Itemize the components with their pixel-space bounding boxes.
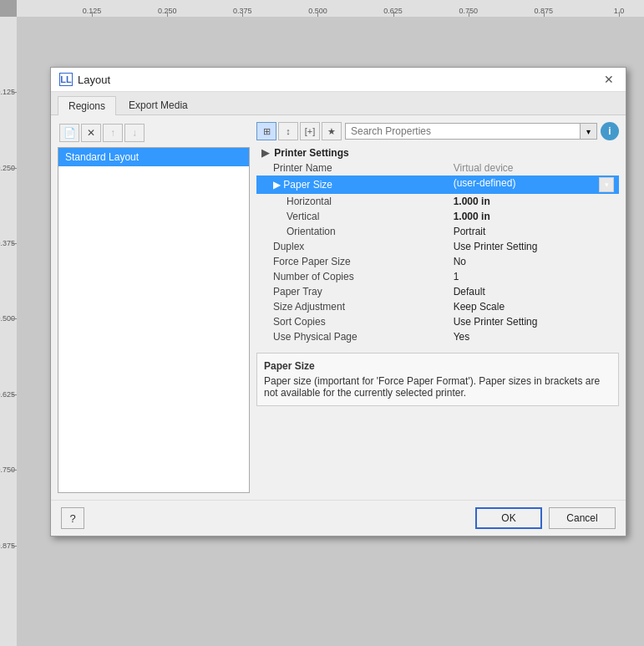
- table-row: Vertical 1.000 in: [256, 209, 619, 224]
- description-box: Paper Size Paper size (important for 'Fo…: [256, 353, 619, 406]
- dialog-titlebar: LL Layout ✕: [51, 68, 626, 92]
- layout-item[interactable]: Standard Layout: [58, 148, 249, 166]
- ruler-left: 0.125 0.250 0.375 0.500 0.625 0.750 0.87…: [0, 17, 17, 646]
- layout-list[interactable]: Standard Layout: [58, 147, 250, 493]
- canvas-area: LL Layout ✕ Regions Export Media 📄 ✕ ↑ ↓: [17, 17, 644, 646]
- ruler-top: 0.125 0.250 0.375 0.500 0.625 0.750 0.87…: [17, 0, 644, 17]
- dialog-footer: ? OK Cancel: [51, 500, 626, 536]
- table-row: Duplex Use Printer Setting: [256, 239, 619, 254]
- left-panel: 📄 ✕ ↑ ↓ Standard Layout: [58, 122, 250, 493]
- search-dropdown-button[interactable]: ▾: [580, 124, 596, 139]
- section-arrow-paper: ▶: [273, 179, 283, 191]
- table-row: Size Adjustment Keep Scale: [256, 299, 619, 314]
- info-button[interactable]: i: [601, 122, 619, 140]
- move-up-button[interactable]: ↑: [103, 124, 123, 142]
- table-row: Use Physical Page Yes: [256, 329, 619, 344]
- remove-layout-button[interactable]: ✕: [81, 124, 101, 142]
- dialog-title: LL Layout: [59, 73, 110, 86]
- grid-view-button[interactable]: ⊞: [256, 122, 276, 140]
- dialog-body: 📄 ✕ ↑ ↓ Standard Layout ⊞ ↕: [51, 115, 626, 500]
- close-button[interactable]: ✕: [601, 74, 617, 85]
- table-row: Force Paper Size No: [256, 254, 619, 269]
- right-panel: ⊞ ↕ [+] ★ ▾ i: [256, 122, 619, 493]
- help-button[interactable]: ?: [61, 507, 84, 529]
- table-row: Printer Name Virtual device: [256, 160, 619, 175]
- view-icons: ⊞ ↕ [+] ★: [256, 122, 342, 140]
- ok-button[interactable]: OK: [475, 507, 542, 529]
- add-layout-button[interactable]: 📄: [59, 124, 79, 142]
- table-row: Sort Copies Use Printer Setting: [256, 314, 619, 329]
- dropdown-indicator[interactable]: ▾: [599, 177, 614, 192]
- move-down-button[interactable]: ↓: [124, 124, 145, 142]
- tab-export-media[interactable]: Export Media: [118, 95, 199, 114]
- layout-toolbar: 📄 ✕ ↑ ↓: [58, 122, 250, 144]
- filter-button[interactable]: [+]: [300, 122, 320, 140]
- favorites-button[interactable]: ★: [322, 122, 342, 140]
- properties-table: ▶ Printer Settings Printer Name Virtual …: [256, 145, 619, 344]
- description-text: Paper size (important for 'Force Paper F…: [264, 375, 611, 399]
- dialog-title-text: Layout: [78, 74, 110, 86]
- tabs-bar: Regions Export Media: [51, 92, 626, 115]
- table-row[interactable]: ▶ Paper Size (user-defined) ▾: [256, 175, 619, 194]
- cancel-button[interactable]: Cancel: [549, 507, 616, 529]
- tab-regions[interactable]: Regions: [58, 96, 116, 115]
- footer-buttons: OK Cancel: [475, 507, 616, 529]
- search-bar: ⊞ ↕ [+] ★ ▾ i: [256, 122, 619, 140]
- search-input[interactable]: [346, 124, 580, 139]
- table-row: Paper Tray Default: [256, 284, 619, 299]
- layout-dialog: LL Layout ✕ Regions Export Media 📄 ✕ ↑ ↓: [50, 67, 626, 537]
- sort-button[interactable]: ↕: [278, 122, 298, 140]
- table-row: Number of Copies 1: [256, 269, 619, 284]
- table-row: Horizontal 1.000 in: [256, 194, 619, 209]
- section-header-row: ▶ Printer Settings: [256, 145, 619, 160]
- dialog-title-icon: LL: [59, 73, 73, 86]
- properties-panel: ▶ Printer Settings Printer Name Virtual …: [256, 145, 619, 344]
- description-title: Paper Size: [264, 360, 611, 372]
- table-row: Orientation Portrait: [256, 224, 619, 239]
- section-arrow: ▶: [261, 147, 271, 159]
- search-input-wrap: ▾: [345, 123, 597, 140]
